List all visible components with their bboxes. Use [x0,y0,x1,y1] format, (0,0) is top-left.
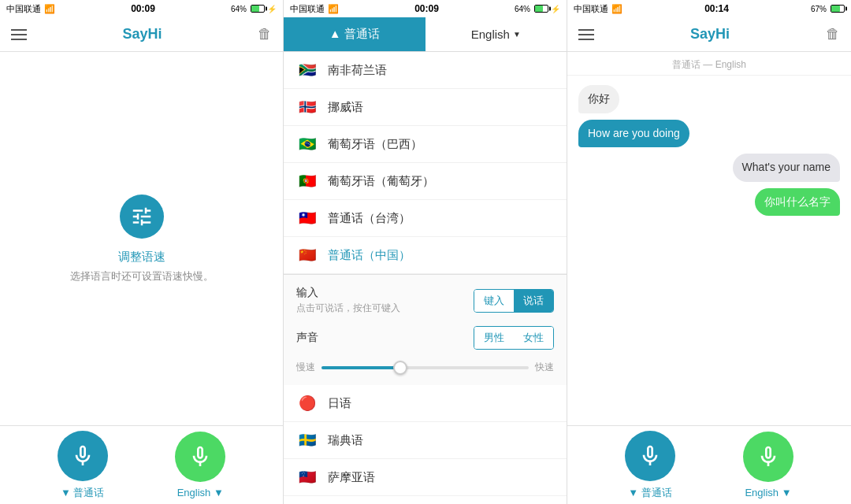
chat-message-right-1: What's your name [733,154,840,182]
delete-button-right[interactable]: 🗑 [826,26,840,43]
charging-icon-left: ⚡ [267,5,277,13]
lang-col-left-2: English ▼ [175,432,225,498]
chat-message-left-1: 你好 [578,85,619,113]
lang-col-right-2: English ▼ [743,432,793,498]
speed-slider[interactable] [321,366,529,369]
lang-col-right-1: ▼ 普通话 [625,431,675,500]
chat-message-right-2: 你叫什么名字 [755,188,840,217]
carrier-right: 中国联通 [574,3,608,15]
app-title-right: SayHi [690,26,730,43]
lang-name-japanese: 日语 [328,396,351,411]
toggle-type-button[interactable]: 键入 [474,290,514,312]
battery-icon-middle [534,5,548,13]
panel-middle: 中国联通 📶 00:09 64% ⚡ ▲ 普通话 English ▼ 🇿🇦 南非… [284,0,567,504]
time-middle: 00:09 [414,3,439,14]
chat-area: 你好 How are you doing What's your name 你叫… [567,76,851,425]
menu-button-right[interactable] [578,29,594,40]
speed-fast-label: 快速 [535,361,554,374]
menu-button-left[interactable] [11,29,27,40]
input-sublabel: 点击可说话，按住可键入 [296,302,400,315]
bottom-area-right: ▼ 普通话 English ▼ [567,425,851,504]
toggle-female-button[interactable]: 女性 [514,327,553,349]
status-bar-right: 中国联通 📶 00:14 67% [567,0,851,17]
lang-label-english-left[interactable]: English ▼ [177,487,224,498]
flag-samoa: 🇼🇸 [296,469,318,485]
mic-button-teal-right[interactable] [625,431,675,481]
status-bar-middle: 中国联通 📶 00:09 64% ⚡ [284,0,567,17]
settings-desc: 选择语言时还可设置语速快慢。 [70,269,214,284]
bubble-chinese-2: 你叫什么名字 [755,188,840,217]
time-left: 00:09 [131,3,155,14]
voice-label: 声音 [296,331,318,345]
list-item[interactable]: 🇿🇦 南非荷兰语 [284,52,567,89]
tab-mandarin[interactable]: ▲ 普通话 [284,17,426,51]
slider-thumb[interactable] [393,361,407,375]
bubble-english-1: How are you doing [578,120,689,148]
flag-south-africa: 🇿🇦 [296,62,318,78]
speed-slow-label: 慢速 [296,361,315,374]
mic-button-green-right[interactable] [743,432,793,482]
lang-name-swedish: 瑞典语 [328,433,363,448]
list-item[interactable]: 🇸🇪 瑞典语 [284,422,567,459]
lang-name-portuguese-brazil: 葡萄牙语（巴西） [328,137,422,152]
list-item[interactable]: 🇧🇷 葡萄牙语（巴西） [284,126,567,163]
list-item[interactable]: 🇳🇴 挪威语 [284,89,567,126]
lang-col-left-1: ▼ 普通话 [58,431,108,500]
sliders-icon [130,205,154,228]
mic-icon-green-left [188,444,213,469]
tab-english[interactable]: English ▼ [426,17,567,51]
slider-fill [321,366,404,369]
lang-name-mandarin-taiwan: 普通话（台湾） [328,211,411,226]
list-item[interactable]: 🇼🇸 萨摩亚语 [284,459,567,496]
speed-slider-row: 慢速 快速 [296,361,554,374]
panel-left: 中国联通 📶 00:09 64% ⚡ SayHi 🗑 调整语速 选择语言时还可设… [0,0,284,504]
delete-button-left[interactable]: 🗑 [258,26,272,43]
header-left: SayHi 🗑 [0,17,283,52]
lang-label-english-right[interactable]: English ▼ [745,487,791,498]
chat-subheader: 普通话 — English [567,52,851,76]
lang-name-afrikaans: 南非荷兰语 [328,63,387,78]
settings-content: 调整语速 选择语言时还可设置语速快慢。 [0,52,283,425]
lang-selector: ▲ 普通话 English ▼ [284,17,567,52]
charging-icon-middle: ⚡ [551,5,560,13]
toggle-male-button[interactable]: 男性 [474,327,514,349]
tab-mandarin-label: ▲ 普通话 [329,27,380,42]
flag-brazil: 🇧🇷 [296,136,318,152]
input-label: 输入 [296,286,400,300]
list-item[interactable]: 🇹🇼 普通话（台湾） [284,200,567,237]
time-right: 00:14 [704,3,729,14]
mic-icon-teal-right [637,443,663,469]
flag-norway: 🇳🇴 [296,99,318,115]
lang-label-mandarin-left[interactable]: ▼ 普通话 [61,486,104,500]
settings-icon-circle [120,195,164,239]
input-settings-row: 输入 点击可说话，按住可键入 键入 说话 [296,286,554,315]
chevron-down-icon-english: ▼ [513,30,521,39]
battery-icon-left [251,5,265,13]
settings-title: 调整语速 [118,250,165,265]
battery-percent-left: 64% [231,5,247,13]
language-settings-panel: 输入 点击可说话，按住可键入 键入 说话 声音 男性 女性 慢速 [284,274,567,385]
list-item[interactable]: 🇵🇹 葡萄牙语（葡萄牙） [284,163,567,200]
lang-label-mandarin-right[interactable]: ▼ 普通话 [628,486,671,500]
mic-button-teal-left[interactable] [58,431,108,481]
lang-name-portuguese-portugal: 葡萄牙语（葡萄牙） [328,174,434,189]
voice-gender-toggle: 男性 女性 [474,326,554,350]
flag-taiwan: 🇹🇼 [296,210,318,226]
flag-china: 🇨🇳 [296,247,318,263]
bottom-area-left: ▼ 普通话 English ▼ [0,425,283,504]
toggle-speak-button[interactable]: 说话 [514,290,553,312]
list-item[interactable]: 🔴 日语 [284,385,567,422]
panel-right: 中国联通 📶 00:14 67% SayHi 🗑 普通话 — English 你… [567,0,851,504]
list-item[interactable]: 🇷🇸 塞尔维亚语 [284,496,567,504]
chat-message-left-2: How are you doing [578,120,689,148]
language-list: 🇿🇦 南非荷兰语 🇳🇴 挪威语 🇧🇷 葡萄牙语（巴西） 🇵🇹 葡萄牙语（葡萄牙）… [284,52,567,504]
lang-name-mandarin-china: 普通话（中国） [328,248,411,263]
flag-portugal: 🇵🇹 [296,173,318,189]
tab-english-label: English [471,28,510,41]
mic-button-green-left[interactable] [175,432,225,482]
carrier-left: 中国联通 [6,3,41,15]
wifi-icon-middle: 📶 [328,4,339,14]
mic-icon-green-right [756,444,781,469]
list-item-selected[interactable]: 🇨🇳 普通话（中国） [284,237,567,274]
battery-percent-middle: 64% [515,5,530,13]
